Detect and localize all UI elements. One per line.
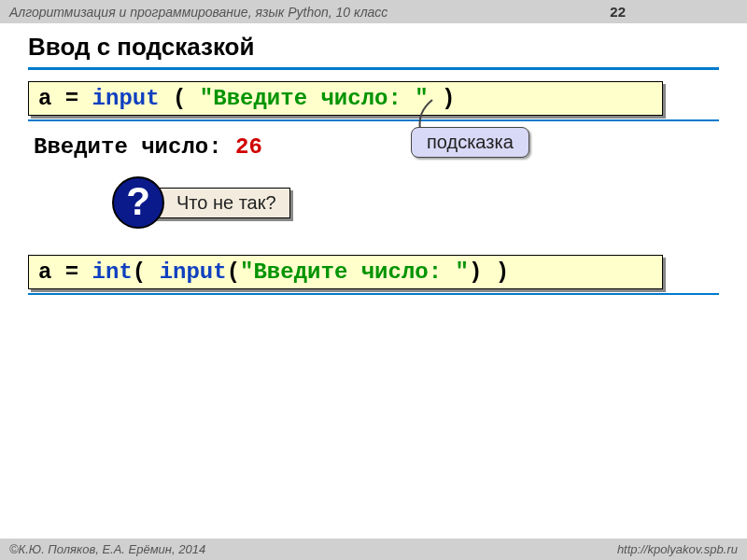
footer-url: http://kpolyakov.spb.ru bbox=[617, 542, 738, 556]
code-block-1: a = input ( "Введите число: " ) bbox=[28, 81, 719, 123]
course-title: Алгоритмизация и программирование, язык … bbox=[9, 5, 388, 20]
code-box-1: a = input ( "Введите число: " ) bbox=[28, 81, 663, 116]
code-string: "Введите число: " bbox=[200, 86, 429, 111]
code-text: ( bbox=[133, 259, 160, 285]
code-text: a = bbox=[38, 259, 92, 285]
code-text: a = bbox=[38, 86, 92, 111]
code-keyword: input bbox=[160, 259, 227, 285]
footer-bar: ©К.Ю. Поляков, Е.А. Ерёмин, 2014 http://… bbox=[0, 539, 747, 560]
code-string: "Введите число: " bbox=[240, 259, 469, 285]
output-prompt: Введите число: bbox=[34, 134, 235, 160]
question-mark-icon: ? bbox=[112, 176, 164, 229]
copyright: ©К.Ю. Поляков, Е.А. Ерёмин, 2014 bbox=[9, 542, 205, 556]
hint-callout: подсказка bbox=[411, 127, 529, 158]
console-output: Введите число: 26 bbox=[34, 134, 719, 160]
slide-title: Ввод с подсказкой bbox=[28, 33, 719, 62]
question-block: ? Что не так? bbox=[112, 176, 719, 232]
output-value: 26 bbox=[235, 134, 262, 160]
header-bar: Алгоритмизация и программирование, язык … bbox=[0, 0, 747, 23]
code-box-2: a = int( input("Введите число: ") ) bbox=[28, 255, 663, 289]
code-keyword: input bbox=[92, 86, 160, 111]
page-number: 22 bbox=[610, 4, 626, 20]
question-text: Что не так? bbox=[153, 188, 290, 218]
slide-content: Ввод с подсказкой a = input ( "Введите ч… bbox=[0, 23, 747, 317]
title-divider bbox=[28, 67, 719, 70]
code-text: ( bbox=[160, 86, 200, 111]
callout-arrow-icon bbox=[416, 98, 444, 131]
code-text: ) ) bbox=[469, 259, 509, 285]
code-block-2: a = int( input("Введите число: ") ) bbox=[28, 255, 719, 297]
code-keyword: int bbox=[92, 259, 133, 285]
code-text: ( bbox=[227, 259, 240, 285]
